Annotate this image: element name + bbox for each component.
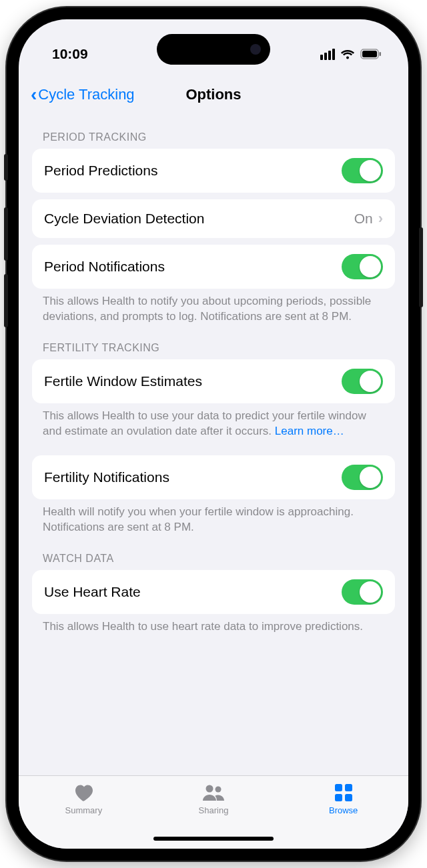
cell-label: Period Notifications [44,259,165,275]
footer-heart-rate: This allows Health to use heart rate dat… [32,614,395,635]
svg-rect-5 [335,784,342,791]
section-header-fertility: FERTILITY TRACKING [32,325,395,359]
battery-icon [360,49,382,59]
cell-label: Cycle Deviation Detection [44,211,204,227]
tab-browse[interactable]: Browse [278,783,408,849]
dynamic-island [157,34,270,65]
wifi-icon [340,49,355,59]
back-label: Cycle Tracking [38,86,134,103]
cell-value: On [354,211,373,227]
toggle-heart-rate[interactable] [342,579,383,605]
people-icon [201,783,226,803]
cell-fertility-notifications: Fertility Notifications [32,455,395,499]
svg-point-4 [216,787,222,793]
cell-label: Fertility Notifications [44,469,169,485]
cell-cycle-deviation[interactable]: Cycle Deviation Detection On › [32,199,395,238]
footer-fertility-notifications: Health will notify you when your fertile… [32,499,395,535]
svg-rect-6 [345,784,352,791]
heart-icon [73,783,93,803]
tab-summary[interactable]: Summary [19,783,149,849]
toggle-period-notifications[interactable] [342,254,383,279]
content: PERIOD TRACKING Period Predictions Cycle… [19,114,408,775]
footer-period-notifications: This allows Health to notify you about u… [32,289,395,325]
cell-heart-rate: Use Heart Rate [32,570,395,614]
cell-label: Fertile Window Estimates [44,373,202,389]
section-header-watch: WATCH DATA [32,535,395,570]
page-title: Options [185,86,241,103]
grid-icon [335,783,352,803]
nav-bar: ‹ Cycle Tracking Options [19,75,408,114]
cellular-icon [320,49,335,60]
chevron-left-icon: ‹ [31,85,37,104]
cell-period-predictions: Period Predictions [32,149,395,193]
status-icons [320,49,382,60]
tab-label: Summary [65,805,103,815]
svg-rect-8 [345,794,352,801]
footer-fertile-window: This allows Health to use your data to p… [32,403,395,439]
cell-label: Use Heart Rate [44,584,141,600]
learn-more-link[interactable]: Learn more… [275,425,344,437]
toggle-fertile-window[interactable] [342,369,383,394]
section-header-period: PERIOD TRACKING [32,114,395,149]
svg-rect-7 [335,794,342,801]
toggle-fertility-notifications[interactable] [342,465,383,490]
svg-point-3 [206,785,214,793]
toggle-period-predictions[interactable] [342,158,383,183]
cell-fertile-window: Fertile Window Estimates [32,359,395,403]
chevron-right-icon: › [378,210,383,227]
home-indicator[interactable] [153,837,274,841]
tab-label: Sharing [199,805,229,815]
tab-label: Browse [329,805,358,815]
cell-period-notifications: Period Notifications [32,245,395,289]
cell-label: Period Predictions [44,163,157,179]
back-button[interactable]: ‹ Cycle Tracking [31,85,135,104]
svg-rect-1 [362,51,377,57]
svg-rect-2 [380,52,382,56]
status-time: 10:09 [52,46,88,62]
